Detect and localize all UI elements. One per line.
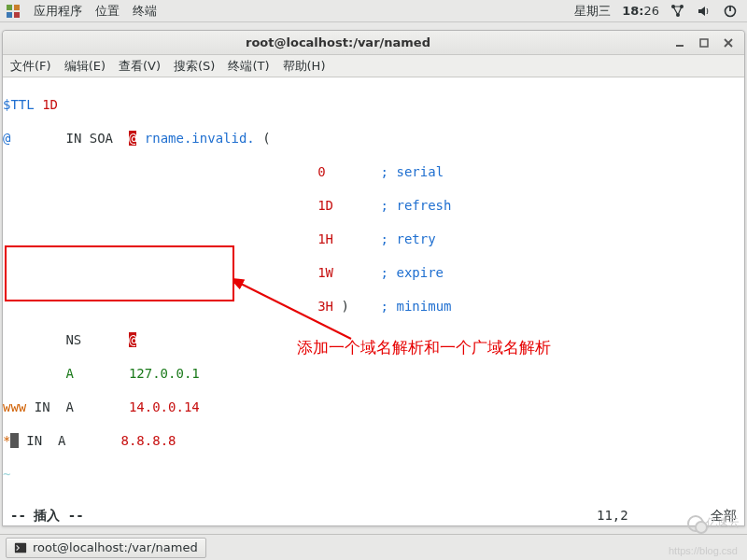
in-class: IN [35,399,50,414]
volume-icon[interactable] [697,4,712,19]
svg-rect-14 [15,542,26,553]
expire-value: 1W [317,265,333,280]
serial-comment: serial [396,164,444,179]
vim-mode: -- 插入 -- [10,507,84,525]
soa-rname: rname.invalid. [145,131,255,146]
ns-type: NS [65,332,81,347]
semi: ; [381,299,388,314]
soa-type: SOA [90,131,113,146]
semi: ; [381,231,388,246]
semi: ; [381,265,388,280]
window-title: root@localhost:/var/named [3,35,673,49]
vim-position: 11,2 [597,507,690,525]
svg-rect-10 [700,39,708,47]
paren-open: ( [262,131,270,146]
activities-icon [6,4,21,19]
in-class: IN [65,131,81,146]
menu-search[interactable]: 搜索(S) [174,58,215,75]
retry-value: 1H [317,231,333,246]
menu-terminal[interactable]: 终端(T) [228,58,269,75]
menu-terminal[interactable]: 终端 [133,3,157,20]
a-value-2: 14.0.0.14 [129,399,200,414]
menu-file[interactable]: 文件(F) [10,58,51,75]
maximize-button[interactable] [698,36,711,49]
a-type: A [65,366,73,381]
minimum-comment: minimum [396,299,451,314]
vim-tilde: ~ [3,466,744,483]
gnome-top-panel: 应用程序 位置 终端 星期三 18:26 [0,0,747,22]
terminal-menubar: 文件(F) 编辑(E) 查看(V) 搜索(S) 终端(T) 帮助(H) [3,55,744,77]
a-value-1: 127.0.0.1 [129,366,200,381]
minimum-value: 3H [317,299,333,314]
a-type: A [58,433,65,448]
ttl-keyword: $TTL [3,97,35,112]
ttl-value: 1D [42,97,58,112]
close-button[interactable] [722,36,735,49]
menu-applications[interactable]: 应用程序 [34,3,82,20]
power-icon[interactable] [723,4,738,19]
refresh-value: 1D [317,198,333,213]
menu-edit[interactable]: 编辑(E) [64,58,106,75]
vim-statusbar: -- 插入 -- 11,2 全部 [3,507,744,525]
ns-value: @ [129,332,136,347]
svg-rect-2 [7,12,12,18]
taskbar-entry-label: root@localhost:/var/named [33,540,198,554]
svg-rect-3 [14,12,20,18]
window-titlebar[interactable]: root@localhost:/var/named [3,31,744,55]
terminal-icon [14,541,27,554]
soa-mname: @ [129,131,136,146]
menu-places[interactable]: 位置 [95,3,120,20]
expire-comment: expire [396,265,444,280]
a-value-3: 8.8.8.8 [120,433,176,448]
watermark-text: https://blog.csd [669,545,738,556]
semi: ; [381,164,388,179]
refresh-comment: refresh [396,198,451,213]
menu-help[interactable]: 帮助(H) [283,58,326,75]
origin-at: @ [3,131,10,146]
clock-time: 18:26 [622,4,659,18]
cursor [10,433,18,448]
semi: ; [381,198,388,213]
annotation-text: 添加一个域名解析和一个广域名解析 [297,339,551,356]
yisu-watermark: 亿速云 [687,515,740,532]
serial-value: 0 [317,164,325,179]
network-icon[interactable] [670,4,685,19]
gnome-taskbar: root@localhost:/var/named https://blog.c… [0,534,747,560]
minimize-button[interactable] [673,36,686,49]
terminal-window: root@localhost:/var/named 文件(F) 编辑(E) 查看… [2,30,745,526]
paren-close: ) [341,299,348,314]
www-host: www [3,399,26,414]
taskbar-entry-terminal[interactable]: root@localhost:/var/named [6,538,206,558]
retry-comment: retry [396,231,435,246]
svg-rect-1 [14,5,20,10]
a-type: A [65,399,73,414]
menu-view[interactable]: 查看(V) [119,58,161,75]
in-class: IN [26,433,42,448]
clock-day: 星期三 [574,3,611,20]
svg-rect-0 [7,5,12,10]
terminal-body[interactable]: $TTL 1D @ IN SOA @ rname.invalid. ( 0 ; … [3,77,744,525]
